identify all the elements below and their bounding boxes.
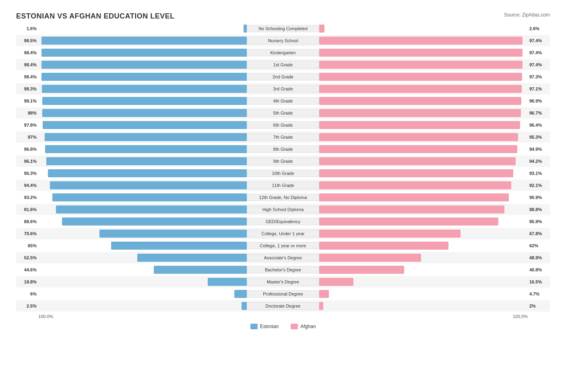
left-value: 98.4% [16, 50, 38, 55]
right-value: 40.8% [528, 267, 550, 272]
category-label: 3rd Grade [247, 85, 319, 92]
left-value: 52.5% [16, 255, 38, 260]
bar-row: 96.1%9th Grade94.2% [16, 156, 550, 167]
chart-title: ESTONIAN VS AFGHAN EDUCATION LEVEL [16, 12, 175, 21]
category-label: 12th Grade, No Diploma [247, 194, 319, 201]
right-value: 97.4% [528, 62, 550, 67]
bar-row: 91.6%High School Diploma88.8% [16, 204, 550, 215]
estonian-bar [42, 109, 247, 117]
left-value: 70.6% [16, 231, 38, 236]
left-value: 44.6% [16, 267, 38, 272]
afghan-bar [319, 109, 521, 117]
afghan-bar [319, 266, 404, 274]
category-label: Master's Degree [247, 278, 319, 285]
estonian-bar [154, 266, 247, 274]
bar-row: 98.5%Nursery School97.4% [16, 35, 550, 46]
left-value: 98.1% [16, 99, 38, 103]
afghan-bar [319, 133, 518, 141]
category-label: 10th Grade [247, 170, 319, 177]
left-value: 98.4% [16, 74, 38, 79]
afghan-bar [319, 169, 513, 177]
right-value: 96.9% [528, 99, 550, 103]
afghan-label: Afghan [300, 324, 316, 329]
right-value: 62% [528, 243, 550, 248]
category-label: 5th Grade [247, 109, 319, 117]
afghan-bar [319, 181, 511, 189]
bar-row: 98.4%Kindergarten97.4% [16, 47, 550, 58]
estonian-bar [99, 230, 247, 238]
bar-row: 6%Professional Degree4.7% [16, 288, 550, 300]
category-label: Associate's Degree [247, 254, 319, 261]
category-label: Doctorate Degree [247, 302, 319, 310]
chart-container: ESTONIAN VS AFGHAN EDUCATION LEVEL Sourc… [8, 8, 558, 337]
estonian-bar [48, 169, 247, 177]
afghan-bar [319, 97, 521, 105]
estonian-bar [46, 157, 247, 165]
right-value: 94.9% [528, 147, 550, 152]
category-label: 11th Grade [247, 182, 319, 189]
estonian-bar [45, 133, 247, 141]
right-value: 97.1% [528, 86, 550, 91]
estonian-bar [41, 37, 247, 45]
left-value: 98.5% [16, 38, 38, 43]
estonian-bar [244, 25, 247, 33]
estonian-label: Estonian [260, 324, 279, 329]
bar-row: 98.1%4th Grade96.9% [16, 95, 550, 107]
bar-row: 98.4%2nd Grade97.3% [16, 71, 550, 82]
right-value: 16.5% [528, 279, 550, 284]
right-value: 95.3% [528, 135, 550, 140]
bar-row: 93.2%12th Grade, No Diploma90.9% [16, 192, 550, 203]
right-value: 88.8% [528, 207, 550, 212]
right-value: 2.6% [528, 26, 550, 31]
bar-row: 70.6%College, Under 1 year67.8% [16, 228, 550, 239]
left-value: 98% [16, 111, 38, 115]
left-value: 98.4% [16, 62, 38, 67]
afghan-bar [319, 121, 520, 129]
estonian-bar [41, 73, 247, 81]
bar-row: 96.8%8th Grade94.9% [16, 144, 550, 155]
left-value: 2.5% [16, 304, 38, 308]
afghan-bar [319, 61, 523, 69]
estonian-bar [242, 302, 247, 310]
afghan-bar [319, 254, 421, 262]
left-value: 96.8% [16, 147, 38, 152]
category-label: College, Under 1 year [247, 230, 319, 237]
right-value: 96.4% [528, 123, 550, 127]
category-label: 9th Grade [247, 158, 319, 165]
estonian-bar [111, 242, 247, 250]
left-value: 93.2% [16, 195, 38, 200]
afghan-bar [319, 278, 353, 286]
category-label: Professional Degree [247, 290, 319, 298]
category-label: GED/Equivalency [247, 218, 319, 225]
left-value: 18.8% [16, 279, 38, 284]
left-value: 88.6% [16, 219, 38, 224]
afghan-bar [319, 25, 324, 33]
estonian-bar [41, 49, 247, 57]
right-value: 97.4% [528, 50, 550, 55]
axis-right: 100.0% [513, 314, 528, 319]
estonian-bar [137, 254, 247, 262]
bar-row: 1.6%No Schooling Completed2.6% [16, 23, 550, 34]
category-label: 6th Grade [247, 121, 319, 129]
afghan-bar [319, 242, 448, 250]
category-label: College, 1 year or more [247, 242, 319, 249]
left-value: 6% [16, 291, 38, 296]
afghan-bar [319, 205, 504, 213]
bar-row: 65%College, 1 year or more62% [16, 240, 550, 251]
right-value: 85.9% [528, 219, 550, 224]
right-value: 48.9% [528, 255, 550, 260]
bar-row: 18.8%Master's Degree16.5% [16, 276, 550, 287]
bar-row: 97%7th Grade95.3% [16, 131, 550, 143]
left-value: 91.6% [16, 207, 38, 212]
legend-afghan: Afghan [291, 324, 316, 329]
left-value: 1.6% [16, 26, 38, 31]
legend-estonian: Estonian [250, 324, 279, 329]
category-label: No Schooling Completed [247, 25, 319, 32]
estonian-bar [43, 121, 247, 129]
right-value: 4.7% [528, 291, 550, 296]
left-value: 98.3% [16, 86, 38, 91]
estonian-bar [45, 145, 247, 153]
category-label: Nursery School [247, 37, 319, 44]
afghan-bar [319, 230, 461, 238]
category-label: 2nd Grade [247, 73, 319, 80]
